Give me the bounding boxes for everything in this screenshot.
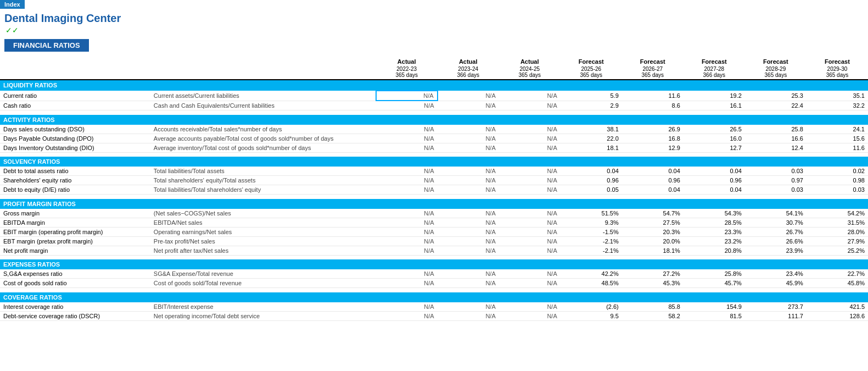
row-value-col-5: 16.0 [684,134,745,143]
column-period-header-row: 2022-23365 days 2023-24366 days 2024-253… [0,66,868,80]
row-value-col-0: N/A [376,269,438,279]
row-value-col-4: 8.6 [622,101,684,110]
col-header-forecast-2829: Forecast [745,57,807,66]
row-value-col-0: N/A [376,218,438,227]
row-value-col-6: 0.03 [745,185,807,195]
section-header-3: PROFIT MARGIN RATIOS [0,199,868,209]
row-value-col-1: N/A [438,185,499,195]
row-value-col-5: 20.8% [684,246,745,255]
row-value-col-7: 11.6 [807,143,868,152]
row-value-col-2: N/A [499,218,561,227]
row-value-col-2: N/A [499,125,561,134]
row-name: Debt-service coverage ratio (DSCR) [0,311,150,320]
row-value-col-3: 2.9 [561,101,622,110]
row-value-col-1: N/A [438,246,499,255]
row-name: Gross margin [0,209,150,218]
row-value-col-3: 0.04 [561,167,622,176]
row-value-col-0: N/A [376,279,438,288]
checkmarks: ✓✓ [5,26,864,35]
row-value-col-2: N/A [499,279,561,288]
row-value-col-1: N/A [438,167,499,176]
row-name: EBIT margin (operating profit margin) [0,227,150,236]
row-value-col-1: N/A [438,218,499,227]
row-value-col-1: N/A [438,125,499,134]
col-period-2526: 2025-26365 days [561,66,622,80]
row-value-col-5: 0.04 [684,185,745,195]
table-row: Debt to total assets ratioTotal liabilit… [0,167,868,176]
row-value-col-4: 54.7% [622,209,684,218]
row-value-col-3: -2.1% [561,246,622,255]
row-value-col-7: 0.03 [807,185,868,195]
col-header-forecast-2526: Forecast [561,57,622,66]
table-row: Gross margin(Net sales−COGS)/Net salesN/… [0,209,868,218]
row-value-col-3: 38.1 [561,125,622,134]
row-value-col-7: 35.1 [807,91,868,101]
row-name: Interest coverage ratio [0,302,150,312]
row-value-col-6: 23.4% [745,269,807,279]
row-value-col-1: N/A [438,311,499,320]
row-value-col-5: 23.3% [684,227,745,236]
row-value-col-7: 128.6 [807,311,868,320]
spacer-row [0,195,868,199]
row-value-col-6: 16.6 [745,134,807,143]
row-value-col-3: 0.05 [561,185,622,195]
row-name: Days sales outstanding (DSO) [0,125,150,134]
col-header-actual-2223: Actual [376,57,438,66]
row-value-col-4: 27.2% [622,269,684,279]
table-row: EBIT margin (operating profit margin)Ope… [0,227,868,236]
financial-ratios-table: Actual Actual Actual Forecast Forecast F… [0,57,868,325]
row-formula: Average inventory/Total cost of goods so… [150,143,376,152]
table-row: Days sales outstanding (DSO)Accounts rec… [0,125,868,134]
row-value-col-7: 15.6 [807,134,868,143]
row-name: Debt to total assets ratio [0,167,150,176]
column-type-header-row: Actual Actual Actual Forecast Forecast F… [0,57,868,66]
col-header-forecast-2930: Forecast [807,57,868,66]
table-row: EBITDA marginEBITDA/Net salesN/AN/AN/A9.… [0,218,868,227]
row-name: Debt to equity (D/E) ratio [0,185,150,195]
row-value-col-4: 0.96 [622,176,684,185]
row-formula: Accounts receivable/Total sales*number o… [150,125,376,134]
row-value-col-6: 26.6% [745,236,807,246]
row-formula: EBITDA/Net sales [150,218,376,227]
page-title: Dental Imaging Center [4,12,864,25]
table-row: EBT margin (pretax profit margin)Pre-tax… [0,236,868,246]
row-value-col-4: 0.04 [622,185,684,195]
row-value-col-6: 23.9% [745,246,807,255]
row-value-col-5: 25.8% [684,269,745,279]
col-period-2930: 2029-30365 days [807,66,868,80]
index-tab[interactable]: Index [0,0,25,9]
col-period-2324: 2023-24366 days [438,66,499,80]
row-value-col-3: 22.0 [561,134,622,143]
row-value-col-0: N/A [376,134,438,143]
col-period-2223: 2022-23365 days [376,66,438,80]
row-value-col-0: N/A [376,302,438,312]
row-name: S,G&A expenses ratio [0,269,150,279]
row-formula: SG&A Expense/Total revenue [150,269,376,279]
row-value-col-4: 85.8 [622,302,684,312]
row-formula: Cost of goods sold/Total revenue [150,279,376,288]
row-value-col-0: N/A [376,167,438,176]
row-value-col-2: N/A [499,209,561,218]
row-value-col-5: 81.5 [684,311,745,320]
row-value-col-4: 58.2 [622,311,684,320]
section-header-0: LIQUIDITY RATIOS [0,80,868,91]
row-formula: Pre-tax profit/Net sales [150,236,376,246]
row-value-col-3: 18.1 [561,143,622,152]
row-value-col-3: 9.3% [561,218,622,227]
row-value-col-0: N/A [376,125,438,134]
table-row: Days Inventory Outstanding (DIO)Average … [0,143,868,152]
table-row: Debt to equity (D/E) ratioTotal liabilit… [0,185,868,195]
empty-sub-header-2 [150,66,376,80]
row-value-col-3: 0.96 [561,176,622,185]
row-value-col-0: N/A [376,101,438,110]
row-value-col-6: 30.7% [745,218,807,227]
row-formula: Net profit after tax/Net sales [150,246,376,255]
table-row: Current ratioCurrent assets/Current liab… [0,91,868,101]
row-value-col-6: 25.8 [745,125,807,134]
row-value-col-6: 26.7% [745,227,807,236]
table-row: Cost of goods sold ratioCost of goods so… [0,279,868,288]
row-value-col-3: (2.6) [561,302,622,312]
row-value-col-5: 45.7% [684,279,745,288]
row-formula: Net operating income/Total debt service [150,311,376,320]
row-value-col-3: 9.5 [561,311,622,320]
